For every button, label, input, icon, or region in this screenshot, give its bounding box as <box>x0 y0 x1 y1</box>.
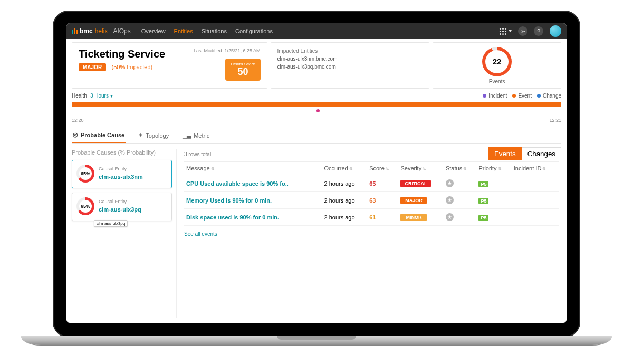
cell-severity: MINOR <box>398 209 444 226</box>
col-priority[interactable]: Priority⇅ <box>476 162 511 175</box>
cell-incident <box>512 175 559 192</box>
impacted-card: Impacted Entities clm-aus-ulx3nm.bmc.com… <box>271 42 430 89</box>
cell-incident <box>512 209 559 226</box>
service-title: Ticketing Service <box>79 48 165 60</box>
impacted-item: clm-aus-ulx3pq.bmc.com <box>277 64 423 70</box>
toggle-changes[interactable]: Changes <box>522 147 561 160</box>
cell-severity: CRITICAL <box>398 175 444 192</box>
apps-menu[interactable] <box>500 28 512 35</box>
impacted-item: clm-aus-ulx3nm.bmc.com <box>277 56 423 62</box>
cause-entity-link[interactable]: clm-aus-ulx3pq <box>99 206 141 213</box>
detail-tabs: ◎ Probable Cause ✶ Topology ▁▃ Metric <box>72 128 561 144</box>
main-content: Probable Causes (% Probability) 65% Caus… <box>66 144 567 323</box>
cell-score: 63 <box>367 192 398 209</box>
star-icon[interactable]: ★ <box>446 179 454 187</box>
impacted-pct: (50% Impacted) <box>112 64 153 70</box>
table-row[interactable]: Disk space used is 90% for 0 min.2 hours… <box>184 209 559 226</box>
cell-priority: P5 <box>476 192 511 209</box>
event-message-link[interactable]: Memory Used is 90% for 0 min. <box>186 197 272 204</box>
causes-heading: Probable Causes (% Probability) <box>72 149 172 156</box>
cell-status: ★ <box>444 209 476 226</box>
chevron-down-icon <box>509 30 512 32</box>
cell-message: CPU Used available space is 90% fo.. <box>184 175 322 192</box>
events-count: 22 <box>485 50 509 73</box>
tab-probable-cause[interactable]: ◎ Probable Cause <box>72 128 126 143</box>
compass-icon[interactable]: ➣ <box>518 26 528 36</box>
laptop-base <box>21 336 612 345</box>
cell-status: ★ <box>444 175 476 192</box>
sort-icon: ⇅ <box>211 167 215 171</box>
time-end: 12:21 <box>549 118 561 123</box>
sort-icon: ⇅ <box>349 167 353 171</box>
severity-badge: MAJOR <box>79 63 106 71</box>
probable-causes-panel: Probable Causes (% Probability) 65% Caus… <box>72 149 172 318</box>
events-panel: Events Changes 3 rows total Message⇅ Occ… <box>176 149 561 318</box>
cell-occurred: 2 hours ago <box>322 175 368 192</box>
health-score-tile: Health Score 50 <box>225 59 260 81</box>
health-label: Health <box>72 93 87 99</box>
cell-score: 65 <box>367 175 398 192</box>
nav-items: Overview Entities Situations Configurati… <box>141 28 273 34</box>
hover-tooltip: clm-aus-ulx3pq <box>94 220 128 227</box>
table-row[interactable]: CPU Used available space is 90% fo..2 ho… <box>184 175 559 192</box>
col-status[interactable]: Status⇅ <box>444 162 476 175</box>
health-score-label: Health Score <box>231 62 255 66</box>
cell-incident <box>512 192 559 209</box>
apps-grid-icon <box>500 28 506 35</box>
health-score-value: 50 <box>237 66 248 78</box>
col-incident[interactable]: Incident ID⇅ <box>512 162 559 175</box>
sort-icon: ⇅ <box>542 167 546 171</box>
star-icon[interactable]: ★ <box>446 196 454 204</box>
nav-overview[interactable]: Overview <box>141 28 166 34</box>
cell-message: Disk space used is 90% for 0 min. <box>184 209 322 226</box>
cause-card[interactable]: 65% Causal Entity clm-aus-ulx3pq <box>72 193 172 221</box>
cell-occurred: 2 hours ago <box>322 209 368 226</box>
bmc-bars-icon <box>72 28 78 34</box>
chart-icon: ▁▃ <box>183 132 191 139</box>
cell-severity: MAJOR <box>398 192 444 209</box>
topology-icon: ✶ <box>138 132 143 139</box>
star-icon[interactable]: ★ <box>446 213 454 221</box>
nav-entities[interactable]: Entities <box>174 28 193 34</box>
events-changes-toggle: Events Changes <box>488 147 561 160</box>
col-occurred[interactable]: Occurred⇅ <box>322 162 368 175</box>
nav-right: ➣ ? <box>500 25 561 37</box>
col-message[interactable]: Message⇅ <box>184 162 322 175</box>
cell-occurred: 2 hours ago <box>322 192 368 209</box>
causal-entity-label: Causal Entity <box>99 166 143 171</box>
health-range-select[interactable]: 3 Hours ▾ <box>90 93 113 99</box>
service-card: Ticketing Service MAJOR (50% Impacted) L… <box>72 42 267 89</box>
sort-icon: ⇅ <box>498 167 502 171</box>
col-score[interactable]: Score⇅ <box>367 162 398 175</box>
brand-logo: bmc helix AIOps <box>72 27 131 35</box>
events-label: Events <box>489 79 505 84</box>
laptop-frame: bmc helix AIOps Overview Entities Situat… <box>53 11 580 338</box>
see-all-events[interactable]: See all events <box>184 231 559 237</box>
tab-topology[interactable]: ✶ Topology <box>137 128 170 143</box>
last-modified: Last Modified: 1/25/21, 6:25 AM <box>194 48 261 53</box>
product-name: AIOps <box>113 27 130 35</box>
brand-main: bmc <box>80 27 93 35</box>
probability-value: 65% <box>79 200 92 213</box>
legend-change: Change <box>537 93 561 99</box>
cause-entity-link[interactable]: clm-aus-ulx3nm <box>99 174 143 180</box>
nav-configurations[interactable]: Configurations <box>235 28 273 34</box>
cause-card[interactable]: 65% Causal Entity clm-aus-ulx3nm <box>72 160 172 188</box>
event-message-link[interactable]: Disk space used is 90% for 0 min. <box>186 214 279 221</box>
legend-event: Event <box>512 93 532 99</box>
probability-ring-icon: 65% <box>76 165 94 183</box>
events-card: 22 Events <box>433 42 561 89</box>
causal-entity-label: Causal Entity <box>99 199 141 204</box>
tab-metric[interactable]: ▁▃ Metric <box>181 128 210 143</box>
user-avatar[interactable] <box>550 25 561 37</box>
event-message-link[interactable]: CPU Used available space is 90% fo.. <box>186 180 289 187</box>
col-severity[interactable]: Severity⇅ <box>398 162 444 175</box>
target-icon: ◎ <box>73 131 78 138</box>
toggle-events[interactable]: Events <box>488 147 522 160</box>
help-icon[interactable]: ? <box>534 26 543 36</box>
brand-sub: helix <box>95 27 108 35</box>
timeline-track[interactable] <box>72 102 561 107</box>
nav-situations[interactable]: Situations <box>202 28 227 34</box>
table-row[interactable]: Memory Used is 90% for 0 min.2 hours ago… <box>184 192 559 209</box>
events-table: Message⇅ Occurred⇅ Score⇅ Severity⇅ Stat… <box>184 161 559 226</box>
